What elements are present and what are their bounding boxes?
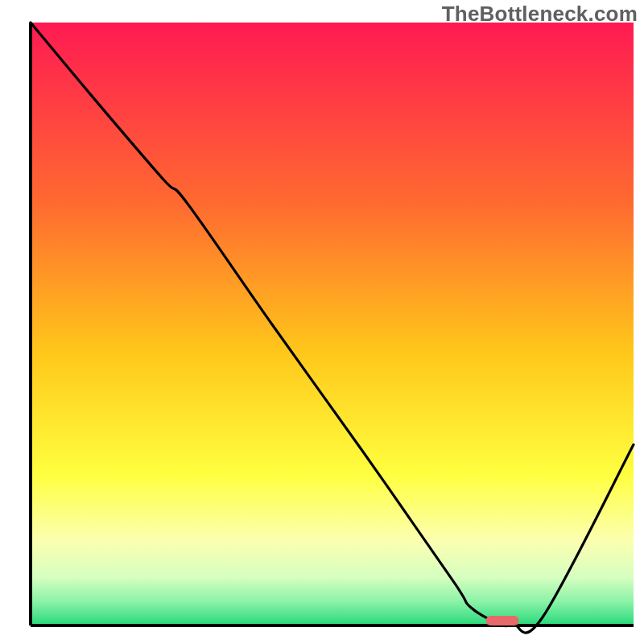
gradient-background [31,23,634,625]
optimal-marker [485,616,518,625]
bottleneck-chart: TheBottleneck.com [0,0,644,644]
chart-svg [0,0,644,644]
